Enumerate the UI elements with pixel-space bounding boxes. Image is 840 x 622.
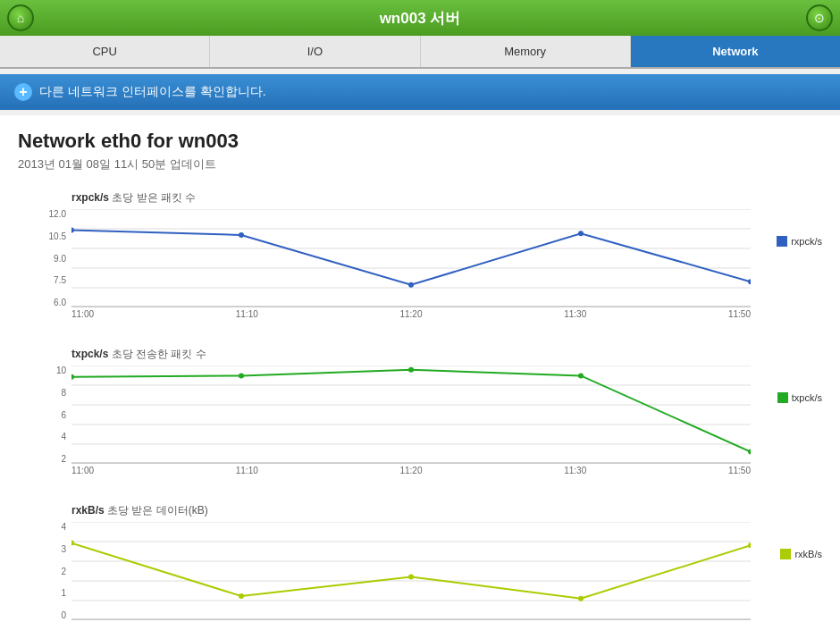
y-label: 8 (61, 388, 66, 398)
x-label: 11:30 (564, 466, 586, 475)
chart-rxkb: rxkB/s 초당 받은 데이터(kB)0123411:0011:1011:20… (18, 503, 822, 622)
chart-inner-rxpck (71, 209, 751, 307)
chart-area-rxkb: 0123411:0011:1011:2011:3011:50rxkB/s (18, 522, 822, 622)
y-label: 2 (61, 454, 66, 464)
x-label: 11:50 (728, 466, 751, 475)
banner-text: 다른 네트워크 인터페이스를 확인합니다. (39, 84, 266, 100)
tab-cpu[interactable]: CPU (0, 36, 210, 67)
x-label: 11:00 (71, 466, 94, 475)
x-label: 11:20 (399, 466, 422, 475)
chart-legend-txpck: txpck/s (777, 392, 822, 403)
y-label: 3 (61, 544, 66, 554)
svg-point-22 (578, 373, 584, 378)
legend-label: rxkB/s (794, 549, 822, 559)
chart-inner-rxkb (71, 522, 751, 620)
chart-area-txpck: 24681011:0011:1011:2011:3011:50txpck/s (18, 366, 822, 482)
y-label: 1 (61, 588, 66, 598)
y-label: 10 (56, 366, 66, 375)
y-label: 4 (61, 432, 66, 441)
charts-container: rxpck/s 초당 받은 패킷 수6.07.59.010.512.011:00… (18, 190, 822, 622)
plus-icon: + (14, 83, 32, 101)
y-label: 0 (61, 610, 66, 620)
page-title: Network eth0 for wn003 (18, 130, 822, 153)
legend-color-box (777, 236, 787, 247)
legend-color-box (777, 392, 788, 403)
legend-color-box (780, 549, 791, 559)
svg-point-32 (239, 593, 244, 599)
legend-label: rxpck/s (791, 236, 822, 247)
main-content: Network eth0 for wn003 2013년 01월 08일 11시… (0, 115, 840, 622)
chart-rxpck: rxpck/s 초당 받은 패킷 수6.07.59.010.512.011:00… (18, 190, 822, 325)
chart-label-rxpck: rxpck/s 초당 받은 패킷 수 (18, 190, 822, 206)
svg-point-8 (239, 232, 244, 238)
x-axis-txpck: 11:0011:1011:2011:3011:50 (71, 466, 751, 475)
svg-point-33 (408, 574, 414, 579)
svg-point-35 (748, 542, 751, 548)
y-label: 6 (61, 410, 66, 420)
svg-point-19 (71, 374, 74, 380)
chart-legend-rxpck: rxpck/s (777, 236, 822, 247)
chart-txpck: txpck/s 초당 전송한 패킷 수24681011:0011:1011:20… (18, 347, 822, 482)
tab-io[interactable]: I/O (210, 36, 420, 67)
x-label: 11:30 (564, 309, 586, 319)
chart-label-rxkb: rxkB/s 초당 받은 데이터(kB) (18, 503, 822, 518)
x-label: 11:20 (399, 309, 422, 319)
svg-point-11 (748, 279, 751, 284)
tab-network[interactable]: Network (631, 36, 840, 67)
header-title: wn003 서버 (380, 8, 461, 29)
y-label: 7.5 (54, 275, 66, 285)
x-label: 11:00 (71, 309, 94, 319)
search-icon[interactable]: ⊙ (806, 4, 833, 31)
chart-area-rxpck: 6.07.59.010.512.011:0011:1011:2011:3011:… (18, 209, 822, 325)
y-label: 4 (61, 522, 66, 532)
chart-inner-txpck (71, 366, 751, 464)
tab-memory[interactable]: Memory (421, 36, 631, 67)
svg-point-20 (239, 373, 244, 378)
svg-point-21 (408, 367, 414, 373)
y-label: 9.0 (54, 254, 66, 264)
header: ⌂ wn003 서버 ⊙ (0, 0, 840, 36)
x-label: 11:10 (236, 309, 258, 319)
x-axis-rxpck: 11:0011:1011:2011:3011:50 (71, 309, 751, 319)
home-icon[interactable]: ⌂ (7, 4, 34, 31)
svg-point-10 (578, 231, 584, 236)
svg-point-9 (408, 282, 414, 288)
x-label: 11:50 (728, 309, 751, 319)
tabs-bar: CPU I/O Memory Network (0, 36, 840, 69)
y-label: 6.0 (54, 298, 66, 307)
update-time: 2013년 01월 08일 11시 50분 업데이트 (18, 156, 822, 172)
y-label: 2 (61, 567, 66, 576)
network-interfaces-banner[interactable]: + 다른 네트워크 인터페이스를 확인합니다. (0, 74, 840, 110)
legend-label: txpck/s (792, 392, 822, 403)
chart-label-txpck: txpck/s 초당 전송한 패킷 수 (18, 347, 822, 362)
chart-legend-rxkb: rxkB/s (780, 549, 822, 559)
x-label: 11:10 (236, 466, 258, 475)
y-label: 10.5 (49, 231, 66, 241)
y-label: 12.0 (49, 209, 66, 219)
svg-point-34 (578, 596, 584, 601)
